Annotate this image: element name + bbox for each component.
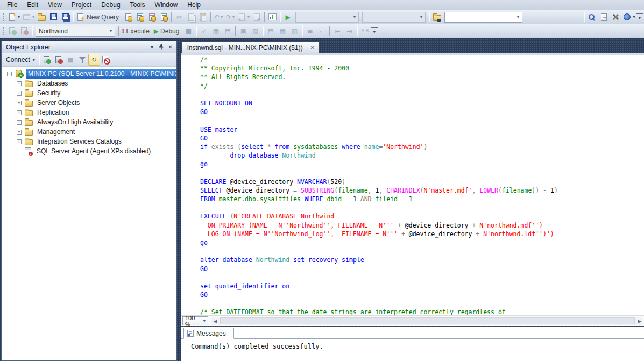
menu-item-window[interactable]: Window [150,0,183,10]
window-layout-button[interactable]: ▾ [21,11,36,23]
paste-button[interactable] [197,11,209,23]
menu-item-file[interactable]: File [2,0,22,10]
disconnect-server-button[interactable] [53,54,65,66]
tree-item-replication[interactable]: +Replication [2,108,176,117]
increase-indent-button[interactable]: ⇥ [343,25,355,37]
display-estimated-plan-button[interactable]: ▦ [210,25,222,37]
menu-item-tools[interactable]: Tools [125,0,150,10]
tab-messages[interactable]: Messages [183,328,234,339]
execute-button[interactable]: !Execute [121,25,153,37]
script-disabled-button[interactable] [100,54,112,66]
database-engine-query-button[interactable] [122,11,134,23]
tree-item-integration-services-catalogs[interactable]: +Integration Services Catalogs [2,137,176,146]
specify-template-values-button[interactable]: A·B [359,25,371,37]
uncomment-lines-button[interactable]: ⌐ [316,25,328,37]
toolbar-options-1[interactable]: ▾ [636,13,643,22]
available-databases-combo[interactable]: Northwind▾ [36,26,115,37]
intellisense-enabled-button[interactable]: ▣ [237,25,249,37]
connect-button[interactable] [6,25,18,37]
chevron-down-icon[interactable]: ▾ [514,15,522,19]
comment-lines-button[interactable]: ≡ [304,25,316,37]
copy-button[interactable] [185,11,197,23]
parse-button[interactable]: ✓ [198,25,210,37]
horizontal-scrollbar[interactable]: ◀ ▶ [211,317,643,325]
expand-icon[interactable]: + [17,91,22,96]
change-connection-button[interactable] [18,25,30,37]
tree-item-security[interactable]: +Security [2,88,176,98]
menu-item-view[interactable]: View [43,0,67,10]
toolbox-button[interactable] [610,11,621,23]
toolbar-combo-1[interactable]: ▾ [295,12,359,23]
chevron-down-icon[interactable]: ▾ [107,29,115,33]
start-debugging-button[interactable]: ▶ [282,11,294,23]
new-query-button[interactable]: New Query [75,11,122,23]
save-all-button[interactable] [59,11,71,23]
results-to-grid-button[interactable]: ▦ [277,25,288,37]
toolbar-options-2[interactable]: ▾ [371,27,378,36]
code-editor[interactable]: /*** Copyright Microsoft, Inc. 1994 - 20… [181,55,644,315]
chevron-down-icon[interactable]: ▾ [18,15,20,19]
properties-window-button[interactable] [598,11,610,23]
toolbar-grip[interactable] [2,12,5,22]
server-node-label[interactable]: MINIX-PC (SQL Server 11.0.2100 - MINIX-P… [26,69,176,79]
find-in-files-button[interactable] [586,11,598,23]
expand-icon[interactable]: + [17,101,22,105]
results-to-file-button[interactable]: ▥ [288,25,300,37]
menu-item-project[interactable]: Project [67,0,96,10]
expand-icon[interactable]: + [17,130,22,135]
chevron-down-icon[interactable]: ▾ [351,15,358,19]
toolbar-combo-2[interactable]: ▾ [362,12,426,23]
redo-button[interactable]: ↷▾ [224,11,236,23]
close-icon[interactable]: ✕ [310,45,315,51]
tree-item-databases[interactable]: +Databases [2,79,176,88]
zoom-level-combo[interactable]: 100 % ▾ [182,316,208,325]
scroll-right-icon[interactable]: ▶ [636,318,643,324]
filter-button[interactable] [76,54,88,66]
chevron-down-icon[interactable]: ▾ [32,15,34,19]
debug-button[interactable]: ▶Debug [153,25,183,37]
chevron-down-icon[interactable]: ▾ [417,15,425,19]
close-icon[interactable]: ✕ [166,43,175,52]
dmx-query-button[interactable] [146,11,158,23]
menu-item-debug[interactable]: Debug [96,0,125,10]
open-file-button[interactable] [36,11,47,23]
find-combo[interactable]: ▾ [444,12,522,23]
results-to-text-button[interactable]: ▤ [265,25,277,37]
menu-item-help[interactable]: Help [182,0,206,10]
web-browser-button[interactable]: ▾ [621,11,636,23]
cut-button[interactable]: ✂ [173,11,185,23]
expand-icon[interactable]: + [17,110,22,115]
document-tab[interactable]: instnwnd.sql - MIN...NIX-PC\MINIX (51)) … [181,41,320,53]
tree-item-server-objects[interactable]: +Server Objects [2,98,176,108]
expand-icon[interactable]: + [17,81,22,86]
scroll-left-icon[interactable]: ◀ [211,318,219,324]
stop-button[interactable]: ■ [65,54,76,66]
template-explorer-button[interactable] [431,11,443,23]
decrease-indent-button[interactable]: ⇤ [331,25,343,37]
navigate-forward-button[interactable] [251,11,263,23]
expand-icon[interactable]: + [17,120,22,125]
connect-server-button[interactable] [41,54,53,66]
activity-monitor-button[interactable] [266,11,278,23]
menu-item-edit[interactable]: Edit [22,0,43,10]
stop-button[interactable]: ■ [182,25,194,37]
connect-menu-button[interactable]: Connect ▾ [4,55,37,65]
refresh-button[interactable]: ↻ [88,54,100,66]
include-actual-plan-button[interactable]: ▧ [249,25,261,37]
undo-button[interactable]: ↶▾ [213,11,224,23]
expand-icon[interactable]: + [17,139,22,144]
xmla-query-button[interactable] [158,11,169,23]
tree-item-server[interactable]: − MINIX-PC (SQL Server 11.0.2100 - MINIX… [2,69,176,79]
chevron-down-icon[interactable]: ▾ [633,15,635,19]
scrollbar-thumb[interactable] [220,317,635,324]
chevron-down-icon[interactable]: ▾ [221,15,223,19]
mdx-query-button[interactable] [134,11,146,23]
navigate-backward-button[interactable]: ▾ [236,11,251,23]
tree-item-alwayson-high-availability[interactable]: +AlwaysOn High Availability [2,117,176,127]
tree-item-sql-server-agent-agent-xps-disabled[interactable]: SQL Server Agent (Agent XPs disabled) [2,146,176,156]
save-button[interactable] [47,11,59,23]
collapse-icon[interactable]: − [7,72,12,76]
toolbar-grip[interactable] [2,26,5,36]
auto-hide-pin-icon[interactable] [157,43,166,52]
chevron-down-icon[interactable]: ▾ [247,15,250,19]
